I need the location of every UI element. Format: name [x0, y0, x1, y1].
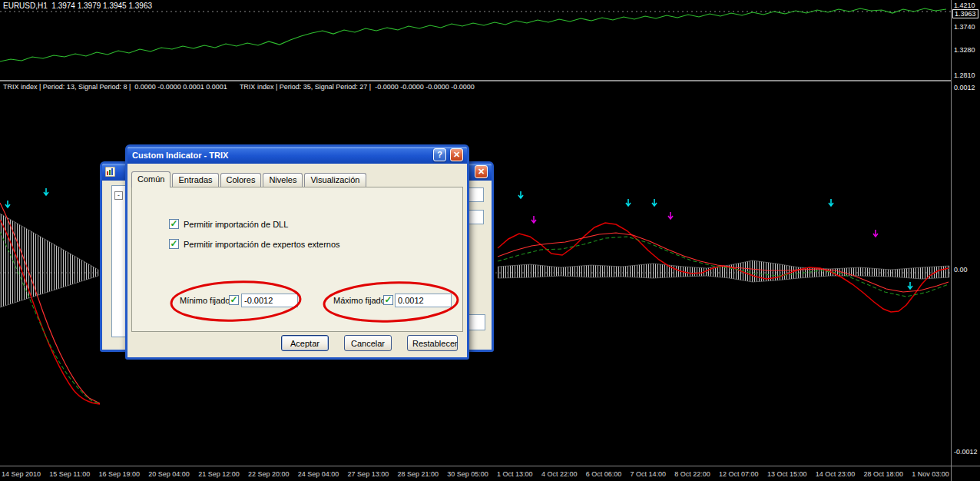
trix-13-values: TRIX index | Period: 13, Signal Period: … — [3, 83, 227, 91]
close-icon[interactable]: ✕ — [450, 148, 463, 161]
time-label: 4 Oct 22:00 — [541, 470, 578, 478]
symbol-ohlc-info: EURUSD,H1 1.3974 1.3979 1.3945 1.3963 — [3, 2, 152, 10]
time-label: 24 Sep 04:00 — [298, 470, 339, 478]
dialog-title: Custom Indicator - TRIX — [132, 151, 228, 160]
tab-colores[interactable]: Colores — [220, 173, 262, 187]
trix-line-slow-right — [498, 233, 949, 292]
time-label: 8 Oct 22:00 — [674, 470, 710, 478]
price-tick: 1.3280 — [954, 46, 975, 54]
price-scale[interactable]: 1.4210 1.3963 1.3740 1.3280 1.2810 0.001… — [951, 0, 980, 481]
sell-arrow-icon — [5, 201, 10, 207]
help-icon[interactable]: ? — [433, 148, 446, 161]
indicator-scale-bottom: -0.0012 — [954, 448, 978, 456]
max-fixed-label: Máximo fijado — [333, 296, 386, 305]
tab-page-comun — [131, 187, 463, 332]
tab-comun[interactable]: Común — [131, 171, 171, 187]
cancel-button[interactable]: Cancelar — [344, 335, 392, 351]
sell-arrow-icon — [652, 199, 657, 206]
dialog-tabs: Común Entradas Colores Niveles Visualiza… — [131, 171, 368, 187]
trix-35-values: TRIX index | Period: 35, Signal Period: … — [240, 83, 475, 91]
time-label: 27 Sep 13:00 — [348, 470, 389, 478]
time-label: 21 Sep 12:00 — [198, 470, 240, 478]
tab-label: Visualización — [310, 175, 359, 184]
time-label: 1 Oct 13:00 — [497, 470, 533, 478]
chart-window-splitter[interactable] — [0, 80, 980, 81]
main-price-chart[interactable] — [0, 0, 951, 80]
indicator-scale-top: 0.0012 — [954, 84, 975, 91]
min-fixed-checkbox[interactable]: ✓ — [229, 295, 239, 305]
time-label: 22 Sep 20:00 — [248, 470, 290, 478]
trix-histogram-left — [0, 214, 98, 307]
max-fixed-input[interactable] — [395, 294, 452, 307]
time-label: 30 Sep 05:00 — [447, 470, 488, 478]
exit-arrow-icon — [873, 230, 878, 237]
tab-label: Colores — [227, 175, 256, 184]
min-fixed-label: Mínimo fijado — [180, 296, 230, 305]
time-label: 13 Oct 15:00 — [767, 470, 807, 478]
allow-experts-row: ✓ Permitir importación de expertos exter… — [169, 239, 340, 249]
min-fixed-input[interactable] — [241, 294, 298, 307]
indicator-dialog-icon — [105, 167, 115, 177]
trix-histogram-right — [498, 260, 949, 282]
price-series — [0, 8, 946, 61]
tree-collapse-icon[interactable]: - — [114, 191, 123, 200]
tab-label: Niveles — [269, 175, 296, 184]
sell-arrow-icon — [626, 199, 631, 206]
time-axis[interactable]: 14 Sep 2010 15 Sep 11:00 16 Sep 19:00 20… — [0, 466, 951, 481]
tab-visualizacion[interactable]: Visualización — [304, 173, 366, 187]
tab-label: Entradas — [178, 175, 212, 184]
time-label: 7 Oct 14:00 — [630, 470, 666, 478]
allow-dll-checkbox[interactable]: ✓ — [169, 219, 179, 229]
price-tick: 1.2810 — [954, 71, 975, 79]
sell-arrow-icon — [829, 199, 833, 206]
time-label: 14 Oct 23:00 — [816, 470, 856, 478]
allow-dll-row: ✓ Permitir importación de DLL — [169, 219, 288, 229]
time-label: 6 Oct 06:00 — [586, 470, 622, 478]
time-label: 12 Oct 07:00 — [719, 470, 759, 478]
exit-arrow-icon — [668, 212, 673, 219]
time-label: 20 Sep 04:00 — [148, 470, 190, 478]
time-label: 28 Oct 18:00 — [864, 470, 904, 478]
tab-niveles[interactable]: Niveles — [263, 173, 303, 187]
close-icon[interactable]: ✕ — [475, 165, 488, 178]
max-fixed-checkbox[interactable]: ✓ — [383, 295, 393, 305]
custom-indicator-dialog: Custom Indicator - TRIX ? ✕ Común Entrad… — [125, 144, 469, 360]
tab-entradas[interactable]: Entradas — [172, 173, 218, 187]
indicator-scale-zero: 0.00 — [954, 266, 968, 274]
sell-arrow-icon — [518, 191, 523, 198]
allow-experts-label: Permitir importación de expertos externo… — [184, 240, 340, 249]
reset-button[interactable]: Restablecer — [407, 335, 458, 351]
time-label: 1 Nov 03:00 — [912, 470, 949, 478]
indicator-header: TRIX index | Period: 13, Signal Period: … — [3, 83, 475, 91]
allow-experts-checkbox[interactable]: ✓ — [169, 239, 179, 249]
exit-arrow-icon — [531, 216, 536, 223]
allow-dll-label: Permitir importación de DLL — [184, 220, 288, 229]
tab-label: Común — [137, 174, 164, 184]
sell-arrow-icon — [908, 282, 912, 289]
sell-arrow-icon — [44, 188, 48, 195]
time-label: 16 Sep 19:00 — [98, 470, 140, 478]
current-price-label: 1.3963 — [952, 9, 978, 18]
price-tick: 1.3740 — [954, 23, 975, 31]
time-label: 14 Sep 2010 — [2, 470, 41, 478]
time-label: 15 Sep 11:00 — [49, 470, 90, 478]
price-tick: 1.4210 — [954, 2, 975, 9]
time-label: 28 Sep 21:00 — [397, 470, 439, 478]
mt4-terminal: EURUSD,H1 1.3974 1.3979 1.3945 1.3963 TR… — [0, 0, 980, 481]
accept-button[interactable]: Aceptar — [281, 335, 329, 351]
dialog-titlebar[interactable]: Custom Indicator - TRIX ? ✕ — [127, 147, 467, 164]
